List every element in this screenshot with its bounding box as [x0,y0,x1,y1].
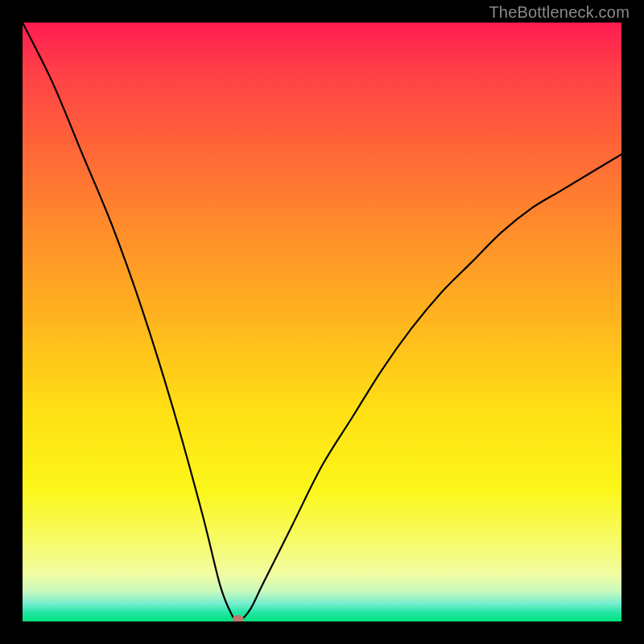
bottleneck-curve [23,23,621,621]
watermark-text: TheBottleneck.com [489,3,630,22]
chart-svg [23,23,621,621]
plot-area [23,23,621,621]
chart-root: TheBottleneck.com [0,0,644,644]
minimum-marker [233,615,244,621]
